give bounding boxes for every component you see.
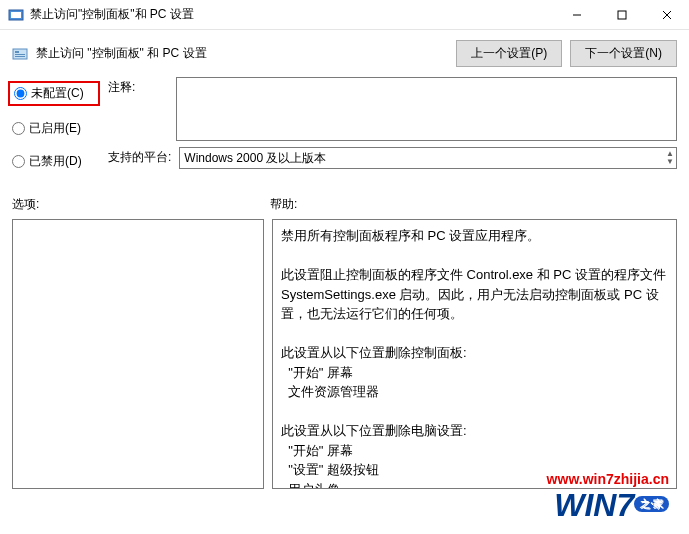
platform-display: Windows 2000 及以上版本 ▲▼ xyxy=(179,147,677,169)
radio-label: 已启用(E) xyxy=(29,120,81,137)
svg-rect-1 xyxy=(11,12,21,18)
svg-rect-9 xyxy=(15,56,25,57)
prev-setting-button[interactable]: 上一个设置(P) xyxy=(456,40,562,67)
titlebar: 禁止访问"控制面板"和 PC 设置 xyxy=(0,0,689,30)
panels: 禁用所有控制面板程序和 PC 设置应用程序。 此设置阻止控制面板的程序文件 Co… xyxy=(0,219,689,501)
help-label: 帮助: xyxy=(270,196,297,213)
comment-input[interactable] xyxy=(176,77,677,141)
radio-group: 未配置(C) 已启用(E) 已禁用(D) xyxy=(12,77,96,170)
platform-value: Windows 2000 及以上版本 xyxy=(184,150,326,167)
scroll-indicator: ▲▼ xyxy=(666,150,674,166)
radio-enabled[interactable]: 已启用(E) xyxy=(12,120,96,137)
right-fields: 注释: 支持的平台: Windows 2000 及以上版本 ▲▼ xyxy=(108,77,677,170)
radio-label: 已禁用(D) xyxy=(29,153,82,170)
svg-rect-7 xyxy=(15,51,19,53)
options-label: 选项: xyxy=(12,196,270,213)
options-panel xyxy=(12,219,264,489)
lower-labels: 选项: 帮助: xyxy=(0,178,689,219)
header: 禁止访问 "控制面板" 和 PC 设置 上一个设置(P) 下一个设置(N) xyxy=(0,30,689,77)
next-setting-button[interactable]: 下一个设置(N) xyxy=(570,40,677,67)
radio-label: 未配置(C) xyxy=(31,85,84,102)
svg-rect-8 xyxy=(15,54,25,55)
radio-not-configured-input[interactable] xyxy=(14,87,27,100)
svg-rect-3 xyxy=(618,11,626,19)
help-panel: 禁用所有控制面板程序和 PC 设置应用程序。 此设置阻止控制面板的程序文件 Co… xyxy=(272,219,677,489)
policy-title: 禁止访问 "控制面板" 和 PC 设置 xyxy=(36,45,448,62)
radio-not-configured[interactable]: 未配置(C) xyxy=(8,81,100,106)
window-controls xyxy=(554,0,689,29)
radio-enabled-input[interactable] xyxy=(12,122,25,135)
app-icon xyxy=(8,7,24,23)
config-area: 未配置(C) 已启用(E) 已禁用(D) 注释: 支持的平台: Windows … xyxy=(0,77,689,178)
comment-row: 注释: xyxy=(108,77,677,141)
window-title: 禁止访问"控制面板"和 PC 设置 xyxy=(30,6,554,23)
comment-label: 注释: xyxy=(108,77,168,141)
platform-label: 支持的平台: xyxy=(108,147,171,169)
radio-disabled[interactable]: 已禁用(D) xyxy=(12,153,96,170)
maximize-button[interactable] xyxy=(599,0,644,29)
close-button[interactable] xyxy=(644,0,689,29)
minimize-button[interactable] xyxy=(554,0,599,29)
radio-disabled-input[interactable] xyxy=(12,155,25,168)
policy-icon xyxy=(12,46,28,62)
platform-row: 支持的平台: Windows 2000 及以上版本 ▲▼ xyxy=(108,147,677,169)
